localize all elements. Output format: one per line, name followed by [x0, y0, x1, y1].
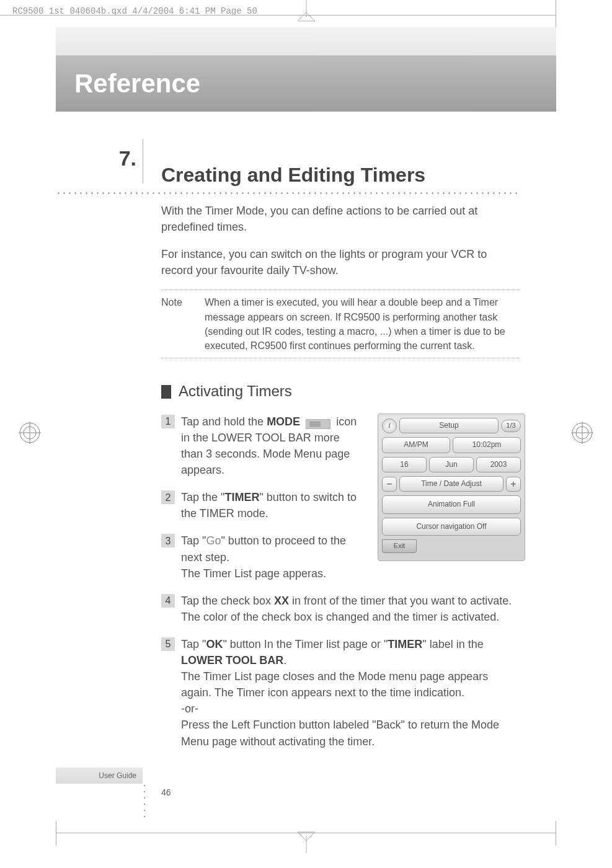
section-title: Creating and Editing Timers	[161, 145, 519, 187]
cursor-nav-button: Cursor navigation Off	[382, 518, 521, 536]
minus-icon: −	[382, 477, 397, 492]
header-band: Reference	[56, 27, 556, 126]
exit-button: Exit	[382, 539, 417, 553]
year-value: 2003	[476, 457, 521, 472]
section-number: 7.	[93, 146, 136, 170]
subheading-row: Activating Timers	[161, 381, 519, 402]
crop-line	[56, 833, 556, 833]
crop-line	[0, 15, 556, 16]
fold-mark-icon	[294, 0, 319, 30]
device-screenshot: i Setup 1/3 AM/PM 10:02pm 16 Jun 2003	[378, 414, 525, 561]
day-value: 16	[382, 457, 427, 472]
ampm-button: AM/PM	[382, 437, 450, 453]
step-4: 4 Tap the check box XX in front of the t…	[161, 593, 519, 625]
note-text: When a timer is executed, you will hear …	[205, 295, 519, 353]
step-number: 2	[161, 490, 175, 504]
step-number: 5	[161, 637, 175, 651]
info-icon: i	[382, 418, 397, 433]
divider-line	[143, 139, 143, 184]
dotted-rule	[56, 190, 519, 194]
step-text: Tap "OK" button In the Timer list page o…	[181, 636, 519, 750]
intro-paragraph: With the Timer Mode, you can define acti…	[161, 203, 519, 235]
chapter-title-band: Reference	[56, 56, 556, 112]
step-number: 4	[161, 594, 175, 608]
bullet-square-icon	[161, 385, 171, 399]
setup-label: Setup	[399, 418, 499, 433]
mode-icon	[306, 417, 330, 427]
pager-badge: 1/3	[501, 420, 521, 432]
crop-line	[556, 0, 556, 27]
animation-button: Animation Full	[382, 495, 521, 513]
time-date-adjust: Time / Date Adjust	[399, 476, 503, 492]
body-column: With the Timer Mode, you can define acti…	[161, 203, 519, 750]
footer-tab: User Guide	[56, 768, 143, 784]
content-area: 7. Creating and Editing Timers With the …	[56, 126, 556, 750]
registration-mark-icon	[19, 422, 41, 446]
plus-icon: +	[506, 477, 521, 492]
note-label: Note	[161, 295, 205, 353]
crop-line	[556, 821, 556, 846]
fold-mark-icon	[294, 826, 319, 856]
step-number: 1	[161, 415, 175, 428]
month-value: Jun	[429, 457, 474, 472]
step-number: 3	[161, 534, 175, 547]
note-box: Note When a timer is executed, you will …	[161, 290, 519, 358]
time-value: 10:02pm	[453, 437, 521, 453]
step-5: 5 Tap "OK" button In the Timer list page…	[161, 636, 519, 750]
crop-line	[56, 821, 56, 846]
header-gradient	[56, 27, 556, 56]
subheading: Activating Timers	[179, 381, 292, 402]
steps-list: i Setup 1/3 AM/PM 10:02pm 16 Jun 2003	[161, 414, 519, 750]
step-text: Tap the check box XX in front of the tim…	[181, 593, 519, 625]
intro-paragraph: For instance, you can switch on the ligh…	[161, 246, 519, 278]
page-number: 46	[161, 787, 171, 797]
footer-dots	[143, 782, 146, 820]
chapter-title: Reference	[74, 69, 200, 99]
page-content: Reference 7. Creating and Editing Timers…	[56, 27, 556, 846]
registration-mark-icon	[571, 422, 593, 446]
